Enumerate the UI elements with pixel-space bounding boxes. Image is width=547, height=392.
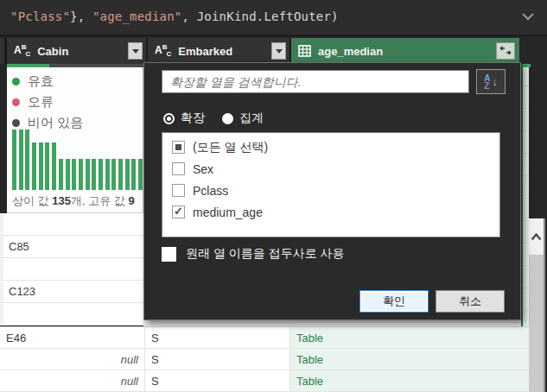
arrow-down-icon: ↓ — [492, 76, 498, 87]
distribution-bar — [86, 159, 90, 190]
column-profile-panel: 유효 오류 비어 있음 상이 값 135개, 고유 값 9 — [7, 67, 143, 213]
cancel-button[interactable]: 취소 — [436, 290, 505, 313]
distribution-bar — [105, 159, 110, 190]
column-header-age-median[interactable]: age_median — [291, 38, 519, 64]
chevron-down-icon — [276, 49, 283, 54]
chevron-down-icon — [132, 49, 139, 54]
checkbox-unchecked-icon — [172, 162, 185, 175]
legend-item-error: 오류 — [12, 94, 54, 111]
cabin-column-rows: C85 C123 — [0, 213, 143, 326]
empty-dot-icon — [12, 119, 20, 127]
distribution-bar — [131, 159, 136, 190]
formula-input[interactable]: "Pclass"}, "age_median", JoinKind.LeftOu… — [10, 9, 339, 23]
column-header-embarked[interactable]: ABC Embarked — [148, 38, 289, 64]
radio-label: 집계 — [239, 111, 264, 126]
stats-text: 개, 고유 값 — [71, 194, 128, 207]
expand-aggregate-radio-group: 확장 집계 — [163, 111, 264, 126]
value-distribution-chart — [12, 130, 143, 190]
list-item-medium-age[interactable]: medium_age — [162, 201, 499, 223]
radio-selected-icon — [163, 113, 175, 124]
scrollbar-up-button[interactable] — [529, 218, 545, 255]
radio-label: 확장 — [181, 111, 205, 126]
cabin-cell-null[interactable]: null — [0, 349, 145, 370]
list-item-label: Pclass — [193, 184, 228, 198]
distribution-bar — [39, 142, 43, 190]
vertical-scrollbar-track[interactable] — [529, 255, 545, 392]
distribution-bar — [25, 130, 29, 190]
distinct-count: 135 — [52, 194, 71, 207]
distribution-bar — [59, 159, 63, 190]
list-item-sex[interactable]: Sex — [162, 158, 499, 180]
embarked-cell[interactable]: S — [145, 349, 290, 370]
column-header-cabin[interactable]: ABC Cabin — [7, 38, 146, 64]
table-row[interactable] — [0, 213, 143, 236]
cabin-filter-dropdown-button[interactable] — [128, 42, 143, 60]
table-row[interactable]: C123 — [0, 281, 143, 303]
radio-option-expand[interactable]: 확장 — [163, 111, 205, 126]
column-label: age_median — [318, 45, 383, 58]
age-median-table-link[interactable]: Table — [290, 349, 529, 370]
previous-column-stub — [0, 38, 6, 64]
distribution-bar — [92, 159, 96, 190]
formula-token: "Pclass" — [10, 9, 70, 23]
age-median-table-link[interactable]: Table — [290, 370, 529, 391]
formula-token: }, — [70, 9, 92, 23]
distribution-bar — [125, 159, 130, 190]
distribution-bar — [111, 159, 116, 190]
checkbox-unchecked-icon — [162, 247, 176, 262]
distribution-bar — [66, 159, 70, 190]
column-quality-bar-valid — [523, 64, 531, 67]
legend-label: 오류 — [28, 94, 54, 111]
column-label: Cabin — [37, 45, 68, 58]
expand-columns-icon — [499, 46, 512, 56]
checkbox-indeterminate-icon — [172, 141, 185, 154]
distribution-bar — [12, 130, 16, 190]
list-item-select-all[interactable]: (모든 열 선택) — [162, 136, 499, 158]
distribution-bar — [79, 159, 83, 190]
list-item-pclass[interactable]: Pclass — [162, 180, 499, 201]
embarked-filter-dropdown-button[interactable] — [271, 42, 286, 60]
expand-column-button[interactable] — [496, 42, 515, 60]
legend-item-valid: 유효 — [12, 73, 54, 90]
radio-option-aggregate[interactable]: 집계 — [222, 111, 264, 126]
search-columns-input[interactable] — [162, 70, 469, 93]
distribution-bar — [32, 142, 36, 190]
formula-token: , — [181, 9, 196, 23]
checkbox-unchecked-icon — [172, 184, 185, 197]
column-checklist: (모든 열 선택) Sex Pclass medium_age — [162, 132, 500, 237]
chevron-up-icon — [531, 233, 542, 241]
table-row: E46 S Table — [0, 327, 529, 349]
embarked-cell[interactable]: S — [145, 327, 290, 348]
formula-expand-chevron-icon[interactable] — [521, 11, 535, 22]
error-dot-icon — [12, 98, 20, 106]
ok-button[interactable]: 확인 — [359, 290, 429, 313]
age-median-table-link[interactable]: Table — [290, 327, 529, 348]
embarked-cell[interactable]: S — [145, 370, 290, 391]
use-prefix-option[interactable]: 원래 열 이름을 접두사로 사용 — [162, 246, 345, 262]
distribution-bar — [138, 159, 143, 190]
checkbox-checked-icon — [172, 205, 185, 218]
dialog-bottom-strip — [143, 320, 521, 326]
table-row[interactable] — [0, 258, 143, 281]
distribution-bar — [52, 142, 56, 190]
distribution-bar — [72, 159, 76, 190]
valid-dot-icon — [12, 78, 20, 85]
expand-column-dialog: AZ ↓ 확장 집계 (모든 열 선택) Sex — [143, 62, 521, 320]
distribution-bar — [99, 159, 103, 190]
cabin-cell-null[interactable]: null — [0, 370, 145, 391]
list-item-label: medium_age — [193, 205, 263, 219]
formula-bar[interactable]: "Pclass"}, "age_median", JoinKind.LeftOu… — [0, 0, 547, 36]
table-bottom-rows: E46 S Table null S Table null S Table — [0, 326, 529, 392]
text-type-icon: ABC — [155, 44, 171, 58]
distribution-bar — [118, 159, 123, 190]
table-row[interactable] — [0, 303, 143, 326]
table-type-icon — [298, 45, 311, 57]
use-prefix-label: 원래 열 이름을 접두사로 사용 — [186, 246, 345, 262]
table-row[interactable]: C85 — [0, 236, 143, 258]
list-item-label: Sex — [193, 162, 213, 176]
formula-token: "age_median" — [92, 9, 182, 23]
cabin-cell[interactable]: E46 — [0, 327, 145, 348]
distinct-unique-stats: 상이 값 135개, 고유 값 9 — [12, 193, 135, 209]
list-item-label: (모든 열 선택) — [193, 140, 268, 155]
sort-columns-button[interactable]: AZ ↓ — [476, 69, 506, 94]
